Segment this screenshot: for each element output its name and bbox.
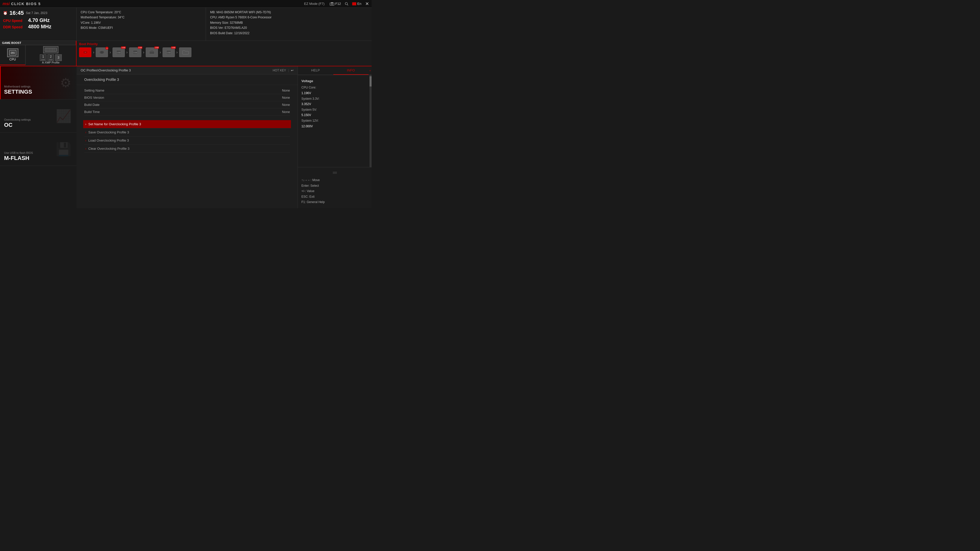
arrow-3: › — [126, 50, 127, 55]
folder-icon — [179, 48, 191, 57]
flag-icon — [352, 2, 356, 5]
sidebar-item-oc[interactable]: 📈 Overclocking settings OC — [0, 100, 76, 133]
profile-btn-1[interactable]: 1user — [40, 54, 46, 61]
info-left: ⏰ 16:45 Sat 7 Jan, 2023 CPU Speed 4.70 G… — [0, 8, 76, 41]
boot-device-1[interactable] — [79, 48, 91, 57]
action-clear[interactable]: › Clear Overclocking Profile 3 — [84, 144, 290, 153]
voltage-cpu-val: 1.196V — [301, 91, 366, 96]
svg-text:USB: USB — [134, 52, 137, 54]
tab-help-label: HELP — [311, 68, 320, 72]
sidebar-item-settings[interactable]: ⚙ Motherboard settings SETTINGS — [0, 66, 76, 100]
action-load[interactable]: › Load Overclocking Profile 3 — [84, 137, 290, 144]
action-set-name[interactable]: › Set Name for Overclocking Profile 3 — [83, 120, 291, 128]
tab-help[interactable]: HELP — [298, 66, 333, 75]
boot-device-7[interactable] — [179, 48, 191, 57]
sys-5v-val: 5.150V — [301, 113, 311, 117]
date-display: Sat 7 Jan, 2023 — [26, 11, 47, 15]
sys-12v-label: System 12V: — [301, 119, 319, 122]
breadcrumb: OC Profiles\Overclocking Profile 3 — [81, 68, 131, 72]
sidebar-item-mflash[interactable]: 💾 Use USB to flash BIOS M-FLASH — [0, 133, 76, 166]
right-panel-inner: Voltage CPU Core: 1.196V System 3.3V: 3.… — [298, 75, 372, 167]
back-button[interactable]: ↩ — [291, 68, 293, 72]
voltage-33-val: 3.352V — [301, 102, 366, 107]
right-controls: ↑↓→←: Move Enter: Select +/-: Value ESC:… — [298, 167, 372, 208]
arrow-icon-1: › — [85, 130, 86, 134]
profile-btn-2[interactable]: 2user — [48, 54, 54, 61]
sys-12v-val: 12.000V — [301, 124, 313, 128]
game-boost-label: GAME BOOST — [0, 41, 76, 45]
game-boost-section: GAME BOOST CPU CPU 1user 2user 3 — [0, 41, 76, 66]
cpu-model: CPU: AMD Ryzen 5 7600X 6-Core Processor — [210, 15, 368, 20]
screenshot-button[interactable]: F12 — [330, 2, 341, 6]
ez-mode-btn[interactable]: EZ Mode (F7) — [304, 2, 325, 6]
control-f1: F1: General Help — [301, 200, 368, 205]
search-icon — [345, 2, 348, 6]
boot-device-6[interactable]: USB USB — [162, 48, 175, 57]
action-save[interactable]: › Save Overclocking Profile 3 — [84, 128, 290, 137]
panel-expand-btn[interactable]: » — [369, 66, 372, 75]
setting-val-2: None — [282, 103, 290, 106]
boot-device-3[interactable]: USB USB — [113, 48, 125, 57]
search-button[interactable] — [345, 2, 348, 6]
voltage-5v-val: 5.150V — [301, 113, 366, 118]
tab-info[interactable]: INFO — [333, 66, 369, 75]
msi-logo: msi — [3, 2, 10, 6]
language-button[interactable]: En — [352, 2, 361, 6]
svg-rect-8 — [45, 48, 57, 52]
hdd-icon — [79, 48, 91, 57]
arrow-icon-0: › — [85, 122, 86, 126]
right-scrollbar[interactable] — [369, 75, 372, 167]
boost-items: CPU CPU 1user 2user 3 A-XMP Profile — [0, 45, 76, 65]
tab-info-label: INFO — [347, 68, 355, 72]
setting-name-0: Setting Name — [84, 89, 104, 92]
settings-bg-icon: ⚙ — [60, 76, 72, 90]
boot-device-2[interactable]: U — [96, 48, 108, 57]
control-value: +/-: Value — [301, 189, 368, 194]
boot-device-5[interactable]: USB — [146, 48, 158, 57]
breadcrumb-bar: OC Profiles\Overclocking Profile 3 HOT K… — [76, 66, 298, 75]
profile-btns: 1user 2user 3 — [40, 54, 62, 61]
boot-priority-section: Boot Priority › U › USB U — [76, 41, 372, 66]
setting-row-0: Setting Name None — [84, 87, 290, 94]
axmp-label: A-XMP Profile — [42, 61, 60, 64]
voltage-12v-label: System 12V: — [301, 118, 366, 124]
setting-name-2: Build Date — [84, 103, 100, 106]
hotkey-label: HOT KEY — [272, 68, 286, 72]
usb4-badge: USB — [171, 46, 176, 49]
boost-boot-bar: GAME BOOST CPU CPU 1user 2user 3 — [0, 41, 372, 66]
profile-header: Overclocking Profile 3 — [76, 75, 298, 85]
action-list: › Set Name for Overclocking Profile 3 › … — [76, 118, 298, 156]
profile-btn-3[interactable]: 3 — [55, 54, 62, 61]
cpu-speed-value: 4.70 GHz — [28, 17, 49, 23]
bios-ver: BIOS Ver: E7D76AMS.A20 — [210, 25, 368, 30]
bios-mode: BIOS Mode: CSM/UEFI — [81, 25, 202, 30]
arrow-1: › — [93, 50, 94, 55]
axmp-item: 1user 2user 3 A-XMP Profile — [25, 45, 76, 65]
boot-device-4[interactable]: USB USB — [129, 48, 142, 57]
setting-name-1: BIOS Version — [84, 96, 104, 100]
cpu-item[interactable]: CPU CPU — [0, 45, 25, 65]
profile-name: Overclocking Profile 3 — [84, 78, 119, 82]
usb3-badge: USB — [154, 46, 159, 49]
hotkey-area: HOT KEY | ↩ — [272, 68, 293, 72]
sidebar: ⚙ Motherboard settings SETTINGS 📈 Overcl… — [0, 66, 76, 208]
svg-point-20 — [102, 52, 102, 52]
usb1-badge: USB — [121, 46, 126, 49]
voltage-12v-val: 12.000V — [301, 124, 366, 129]
setting-val-3: None — [282, 110, 290, 114]
setting-val-1: None — [282, 96, 290, 100]
control-enter: Enter: Select — [301, 183, 368, 189]
usb3-icon — [146, 48, 158, 57]
voltage-5v-label: System 5V: — [301, 107, 366, 113]
ddr-speed-label: DDR Speed — [3, 25, 26, 29]
control-esc: ESC: Exit — [301, 194, 368, 200]
action-label-2: Load Overclocking Profile 3 — [88, 138, 129, 142]
ram-icon — [43, 46, 59, 53]
scroll-thumb — [369, 76, 372, 86]
arrow-4: › — [143, 50, 144, 55]
sys-5v-label: System 5V: — [301, 108, 317, 111]
memory-size: Memory Size: 32768MB — [210, 20, 368, 25]
close-button[interactable]: ✕ — [365, 1, 369, 6]
right-panel: HELP INFO » Voltage CPU Core: 1.196V — [298, 66, 372, 208]
voltage-33-label: System 3.3V: — [301, 96, 366, 102]
